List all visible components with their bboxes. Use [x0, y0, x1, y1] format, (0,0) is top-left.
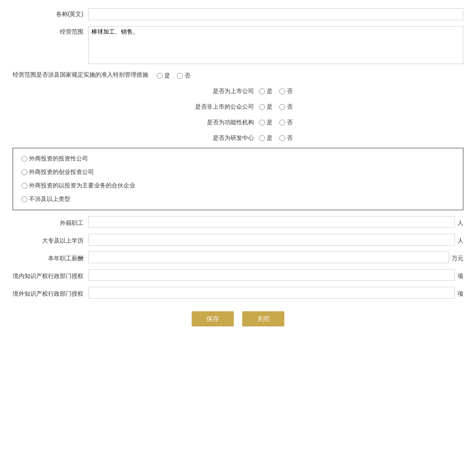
listed-yes-label: 是	[267, 88, 273, 95]
foreign-ip-label: 境外知识产权行政部门授权	[13, 288, 88, 298]
non-listed-public-label: 是否非上市的公众公司	[183, 101, 259, 111]
foreign-ip-unit: 项	[455, 288, 463, 298]
name-en-input[interactable]	[88, 8, 463, 20]
annual-salary-row: 本年职工薪酬 万元	[13, 251, 463, 263]
name-en-row: 各称(英文)	[13, 8, 463, 20]
rd-no[interactable]: 否	[279, 134, 293, 142]
special-mgmt-row: 经营范围是否涉及国家规定实施的准入特别管理措施 是 否	[13, 70, 463, 80]
college-edu-input-group: 人	[88, 234, 463, 246]
foreign-staff-label: 外籍职工	[13, 217, 88, 227]
domestic-ip-label: 境内知识产权行政部门授权	[13, 270, 88, 280]
investment-type-2-radio[interactable]	[21, 169, 27, 175]
annual-salary-unit: 万元	[449, 253, 463, 262]
foreign-ip-row: 境外知识产权行政部门授权 项	[13, 287, 463, 299]
listed-no-radio[interactable]	[279, 88, 285, 94]
investment-type-4[interactable]: 不涉及以上类型	[21, 195, 455, 203]
non-listed-no[interactable]: 否	[279, 103, 293, 111]
listed-company-row: 是否为上市公司 是 否	[13, 86, 463, 95]
special-mgmt-radio-group: 是 否	[157, 70, 190, 80]
foreign-ip-input[interactable]	[88, 287, 455, 299]
domestic-ip-row: 境内知识产权行政部门授权 项	[13, 269, 463, 281]
investment-type-1[interactable]: 外商投资的投资性公司	[21, 155, 455, 163]
listed-company-label: 是否为上市公司	[183, 86, 259, 95]
college-edu-input[interactable]	[88, 234, 455, 246]
non-listed-yes-radio[interactable]	[259, 104, 265, 110]
investment-type-3[interactable]: 外商投资的以投资为主要业务的合伙企业	[21, 182, 455, 190]
non-listed-no-radio[interactable]	[279, 104, 285, 110]
business-scope-textarea[interactable]: 棒球加工、销售。	[88, 26, 463, 64]
listed-yes-radio[interactable]	[259, 88, 265, 94]
save-button[interactable]: 保存	[192, 311, 234, 326]
functional-org-row: 是否为功能性机构 是 否	[13, 117, 463, 126]
functional-no-label: 否	[287, 119, 293, 126]
domestic-ip-input-group: 项	[88, 269, 463, 281]
investment-type-2[interactable]: 外商投资的创业投资公司	[21, 168, 455, 176]
special-mgmt-no[interactable]: 否	[177, 72, 190, 80]
rd-no-radio[interactable]	[279, 135, 285, 141]
special-mgmt-yes-radio[interactable]	[157, 73, 163, 79]
rd-center-radio-group: 是 否	[259, 132, 293, 142]
college-edu-label: 大专及以上学历	[13, 235, 88, 245]
business-scope-label: 经营范围	[13, 26, 88, 36]
investment-type-4-label: 不涉及以上类型	[29, 195, 70, 203]
functional-org-radio-group: 是 否	[259, 117, 293, 126]
functional-yes-label: 是	[267, 119, 273, 126]
college-edu-unit: 人	[455, 235, 463, 245]
functional-no-radio[interactable]	[279, 120, 285, 126]
rd-no-label: 否	[287, 134, 293, 142]
rd-center-row: 是否为研发中心 是 否	[13, 132, 463, 142]
functional-org-label: 是否为功能性机构	[183, 117, 259, 126]
investment-type-3-label: 外商投资的以投资为主要业务的合伙企业	[29, 182, 135, 190]
special-mgmt-no-radio[interactable]	[177, 73, 183, 79]
annual-salary-label: 本年职工薪酬	[13, 253, 88, 262]
special-mgmt-yes[interactable]: 是	[157, 72, 170, 80]
non-listed-public-radio-group: 是 否	[259, 101, 293, 111]
investment-type-1-radio[interactable]	[21, 156, 27, 162]
special-mgmt-yes-label: 是	[164, 72, 170, 80]
special-mgmt-no-label: 否	[185, 72, 190, 80]
foreign-staff-input-group: 人	[88, 216, 463, 228]
listed-yes[interactable]: 是	[259, 88, 273, 95]
non-listed-yes[interactable]: 是	[259, 103, 273, 111]
business-scope-row: 经营范围 棒球加工、销售。	[13, 26, 463, 64]
foreign-staff-unit: 人	[455, 217, 463, 227]
domestic-ip-input[interactable]	[88, 269, 455, 281]
special-mgmt-label: 经营范围是否涉及国家规定实施的准入特别管理措施	[13, 71, 148, 79]
button-row: 保存 关闭	[13, 311, 463, 326]
functional-yes[interactable]: 是	[259, 119, 273, 126]
name-en-label: 各称(英文)	[13, 8, 88, 18]
rd-yes[interactable]: 是	[259, 134, 273, 142]
domestic-ip-unit: 项	[455, 270, 463, 280]
investment-type-2-label: 外商投资的创业投资公司	[29, 168, 94, 176]
listed-no[interactable]: 否	[279, 88, 293, 95]
annual-salary-input-group: 万元	[88, 251, 463, 263]
foreign-staff-input[interactable]	[88, 216, 455, 228]
annual-salary-input[interactable]	[88, 251, 449, 263]
functional-yes-radio[interactable]	[259, 120, 265, 126]
investment-type-4-radio[interactable]	[21, 196, 27, 202]
foreign-staff-row: 外籍职工 人	[13, 216, 463, 228]
functional-no[interactable]: 否	[279, 119, 293, 126]
non-listed-public-row: 是否非上市的公众公司 是 否	[13, 101, 463, 111]
rd-yes-label: 是	[267, 134, 273, 142]
close-button[interactable]: 关闭	[242, 311, 284, 326]
non-listed-no-label: 否	[287, 103, 293, 111]
investment-type-box: 外商投资的投资性公司 外商投资的创业投资公司 外商投资的以投资为主要业务的合伙企…	[13, 148, 463, 210]
non-listed-yes-label: 是	[267, 103, 273, 111]
foreign-ip-input-group: 项	[88, 287, 463, 299]
rd-center-label: 是否为研发中心	[183, 132, 259, 142]
rd-yes-radio[interactable]	[259, 135, 265, 141]
college-edu-row: 大专及以上学历 人	[13, 234, 463, 246]
listed-company-radio-group: 是 否	[259, 86, 293, 95]
investment-type-3-radio[interactable]	[21, 183, 27, 189]
listed-no-label: 否	[287, 88, 293, 95]
investment-type-1-label: 外商投资的投资性公司	[29, 155, 88, 163]
